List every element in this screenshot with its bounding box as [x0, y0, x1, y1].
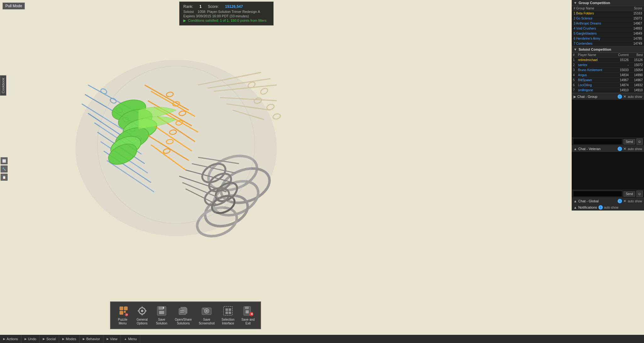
sc-rank-5: 5: [573, 78, 578, 82]
sc-row-4[interactable]: 4Angus1483414990: [572, 73, 644, 78]
sc-current-5: 14967: [614, 78, 629, 82]
chat-global-autoshow[interactable]: auto show: [628, 200, 642, 203]
gc-row-7[interactable]: 7 Contenders14749: [572, 41, 644, 46]
svg-rect-87: [203, 308, 204, 309]
gc-row-6[interactable]: 6 Herobrine's Army14785: [572, 36, 644, 41]
save-exit-icon: ✕: [242, 305, 254, 317]
sc-row-1[interactable]: 1retiredmichael1512615126: [572, 58, 644, 63]
toolbar-save-screenshot[interactable]: SaveScreenshot: [196, 304, 218, 327]
chat-group-info-btn[interactable]: i: [618, 94, 622, 99]
sc-current-3: 15033: [614, 68, 629, 72]
right-panel: ▼ Group Competition # Group Name Score 1…: [572, 0, 644, 211]
sc-name-2: santex: [578, 63, 614, 67]
sc-row-7[interactable]: 7smilingone1491014910: [572, 88, 644, 93]
menu-modes[interactable]: ▶ Modes: [59, 335, 80, 343]
general-options-icon: [136, 305, 148, 317]
selection-interface-icon: [222, 305, 234, 317]
sc-rank-7: 7: [573, 88, 578, 92]
gc-row-2[interactable]: 2 Go Science15073: [572, 16, 644, 21]
chat-veteran-autoshow[interactable]: auto show: [628, 147, 642, 151]
svg-point-16: [272, 113, 281, 120]
toolbar-puzzle-menu[interactable]: ✕ PuzzleMenu: [113, 304, 132, 327]
chat-group-header: ▶ Chat - Group i ✕ auto show: [572, 93, 644, 100]
sc-best-4: 14990: [629, 73, 643, 77]
chat-veteran-close-btn[interactable]: ✕: [623, 147, 626, 151]
chat-global-header: ▲ Chat - Global i ✕ auto show: [572, 198, 644, 204]
sc-name-6: LociOiling: [578, 83, 614, 87]
save-solution-icon: [156, 305, 167, 317]
sc-row-2[interactable]: 2santex-15072: [572, 63, 644, 68]
gc-row-score-4: 14893: [626, 27, 642, 30]
toolbar-save-exit[interactable]: ✕ Save andExit: [238, 304, 258, 327]
chat-group-icon-btn[interactable]: ☺: [636, 138, 643, 145]
undo-arrow: ▶: [25, 337, 27, 340]
chat-global-info-btn[interactable]: i: [618, 199, 622, 203]
toolbar-save-solution[interactable]: SaveSolution: [152, 304, 171, 327]
sc-name-3: Bruno Kestemont: [578, 68, 614, 72]
menu-behavior[interactable]: ▶ Behavior: [80, 335, 103, 343]
menu-menu[interactable]: ▲ Menu: [121, 335, 140, 343]
group-competition-panel: ▼ Group Competition # Group Name Score 1…: [572, 0, 644, 47]
notifications-header: ▲ Notifications i auto show: [572, 204, 644, 211]
icon-1[interactable]: ⬜: [1, 157, 8, 164]
notif-info-btn[interactable]: i: [598, 205, 603, 210]
chat-veteran-panel: ▲ Chat - Veteran i ✕ auto show Send ☺: [572, 145, 644, 198]
chat-group-send[interactable]: Send: [624, 139, 635, 144]
gc-table-header: # Group Name Score: [572, 6, 644, 11]
sc-best-5: 14967: [629, 78, 643, 82]
sc-col-rank: #: [573, 53, 578, 57]
svg-rect-66: [124, 306, 128, 310]
cv-arrow: ▲: [574, 147, 577, 151]
undo-label: Undo: [28, 337, 36, 341]
gc-row-name-6: 6 Herobrine's Army: [574, 37, 626, 40]
chat-group-close-btn[interactable]: ✕: [623, 94, 626, 99]
gc-row-name-5: 5 Gargleblasters: [574, 32, 626, 35]
save-screenshot-label: SaveScreenshot: [199, 318, 215, 325]
svg-rect-91: [225, 312, 228, 314]
chat-veteran-info-btn[interactable]: i: [618, 147, 622, 151]
icon-2[interactable]: 🔧: [1, 166, 8, 172]
gc-row-3[interactable]: 3 Anthropic Dreams14967: [572, 21, 644, 26]
gc-row-5[interactable]: 5 Gargleblasters14849: [572, 31, 644, 36]
toolbar-general-options[interactable]: GeneralOptions: [133, 304, 152, 327]
pull-mode-button[interactable]: Pull Mode: [3, 3, 25, 9]
chat-veteran-send[interactable]: Send: [624, 191, 635, 197]
social-arrow: ▶: [43, 337, 45, 340]
gc-row-1[interactable]: 1 Beta Folders15163: [572, 11, 644, 16]
sc-row-5[interactable]: 5BlitSpawn1496714967: [572, 78, 644, 83]
chat-group-title: Chat - Group: [577, 95, 618, 98]
sc-row-3[interactable]: 3Bruno Kestemont1503315054: [572, 68, 644, 73]
gc-row-score-1: 15163: [626, 12, 642, 15]
svg-rect-65: [119, 306, 123, 310]
menu-social[interactable]: ▶ Social: [40, 335, 59, 343]
toolbar-selection-interface[interactable]: SelectionInterface: [219, 304, 238, 327]
left-icons-panel: ⬜ 🔧 📋: [1, 157, 8, 181]
gc-arrow: ▼: [574, 1, 577, 5]
menu-undo[interactable]: ▶ Undo: [21, 335, 40, 343]
save-exit-label: Save andExit: [242, 318, 255, 325]
chat-global-title: Chat - Global: [578, 199, 618, 203]
rank-value: 1: [199, 4, 202, 9]
sc-rank-6: 6: [573, 83, 578, 87]
chat-group-input[interactable]: [573, 138, 622, 145]
rank-label: Rank:: [183, 4, 193, 9]
chat-group-footer: Send ☺: [572, 138, 644, 145]
toolbar-open-share[interactable]: Open/ShareSolutions: [172, 304, 195, 327]
sc-current-6: 14874: [614, 83, 629, 87]
chat-group-autoshow[interactable]: auto show: [628, 95, 642, 98]
sc-row-6[interactable]: 6LociOiling1487414932: [572, 83, 644, 88]
menu-actions[interactable]: ▶ Actions: [0, 335, 21, 343]
chat-global-close-btn[interactable]: ✕: [623, 199, 626, 203]
svg-rect-78: [158, 306, 164, 310]
open-share-label: Open/ShareSolutions: [175, 318, 192, 325]
cookbook-sidebar[interactable]: Cookbook: [0, 76, 6, 96]
chat-veteran-icon-btn[interactable]: ☺: [636, 191, 643, 197]
group-competition-title: Group Competition: [579, 1, 610, 5]
gc-row-score-2: 15073: [626, 17, 642, 20]
notif-autoshow[interactable]: auto show: [604, 206, 619, 209]
gc-row-4[interactable]: 4 Void Crushers14893: [572, 26, 644, 31]
chat-veteran-input[interactable]: [573, 191, 622, 197]
menu-view[interactable]: ▶ View: [103, 335, 121, 343]
icon-3[interactable]: 📋: [1, 174, 8, 181]
svg-point-15: [266, 103, 275, 110]
